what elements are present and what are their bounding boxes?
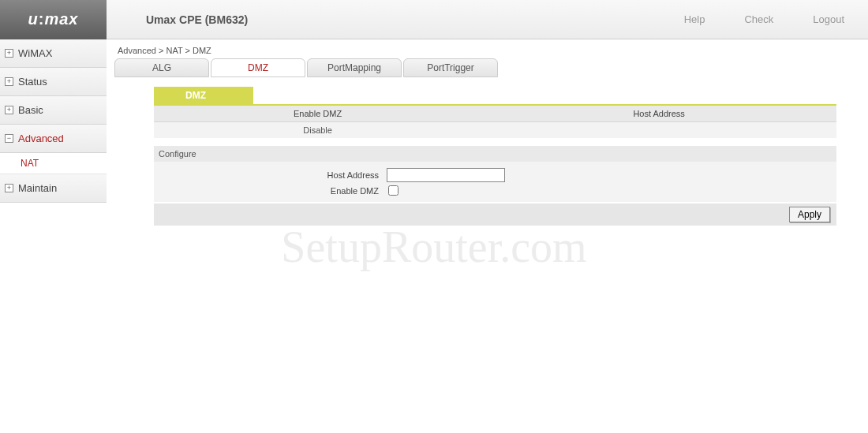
sidebar-item-wimax[interactable]: + WiMAX [0, 39, 107, 68]
page-title: Umax CPE (BM632) [146, 13, 248, 26]
label-host-address: Host Address [154, 170, 387, 180]
sidebar-label: Maintain [18, 182, 57, 194]
minus-icon: − [5, 134, 13, 143]
plus-icon: + [5, 49, 13, 58]
sidebar-label: Advanced [18, 133, 64, 144]
logo: u:max [0, 0, 107, 39]
logo-text: u:max [28, 10, 79, 28]
row-host-address: Host Address [154, 166, 836, 184]
input-host-address[interactable] [387, 168, 505, 182]
row-enable-dmz: Enable DMZ [154, 184, 836, 197]
sidebar-label: Basic [18, 104, 43, 116]
tab-bar: ALG DMZ PortMapping PortTrigger [114, 58, 860, 77]
cell-host-address [481, 122, 836, 139]
title-area: Umax CPE (BM632) [107, 13, 684, 26]
body: + WiMAX + Status + Basic − Advanced NAT … [0, 39, 868, 226]
sidebar: + WiMAX + Status + Basic − Advanced NAT … [0, 39, 107, 226]
label-enable-dmz: Enable DMZ [154, 186, 387, 196]
configure-header: Configure [154, 146, 836, 162]
cell-enable-dmz: Disable [154, 122, 481, 139]
header-links: Help Check Logout [684, 13, 868, 25]
apply-button[interactable]: Apply [789, 207, 830, 222]
tab-porttrigger[interactable]: PortTrigger [403, 58, 498, 77]
sidebar-label: WiMAX [18, 47, 52, 59]
status-table: Enable DMZ Host Address Disable [154, 106, 836, 138]
checkbox-enable-dmz[interactable] [388, 185, 398, 196]
col-header-host-address: Host Address [481, 106, 836, 122]
sidebar-item-basic[interactable]: + Basic [0, 96, 107, 125]
content-area: Advanced > NAT > DMZ ALG DMZ PortMapping… [107, 39, 868, 226]
breadcrumb: Advanced > NAT > DMZ [114, 39, 860, 58]
tab-alg[interactable]: ALG [114, 58, 209, 77]
section-title: DMZ [154, 87, 253, 104]
panel: DMZ Enable DMZ Host Address Disable Conf… [154, 87, 836, 226]
help-link[interactable]: Help [684, 13, 705, 25]
plus-icon: + [5, 77, 13, 86]
table-row: Disable [154, 122, 836, 139]
sidebar-label: Status [18, 76, 47, 88]
sidebar-sub-nat[interactable]: NAT [0, 153, 107, 174]
plus-icon: + [5, 106, 13, 114]
plus-icon: + [5, 184, 13, 192]
watermark: SetupRouter.com [281, 222, 586, 272]
col-header-enable-dmz: Enable DMZ [154, 106, 481, 122]
sidebar-item-maintain[interactable]: + Maintain [0, 174, 107, 203]
sidebar-item-advanced[interactable]: − Advanced [0, 125, 107, 153]
check-link[interactable]: Check [744, 13, 773, 25]
sidebar-sub-label: NAT [21, 158, 39, 169]
tab-portmapping[interactable]: PortMapping [307, 58, 402, 77]
header: u:max Umax CPE (BM632) Help Check Logout [0, 0, 868, 39]
logout-link[interactable]: Logout [813, 13, 844, 25]
apply-row: Apply [154, 203, 836, 226]
sidebar-item-status[interactable]: + Status [0, 68, 107, 96]
tab-dmz[interactable]: DMZ [211, 58, 305, 77]
configure-body: Host Address Enable DMZ [154, 162, 836, 202]
